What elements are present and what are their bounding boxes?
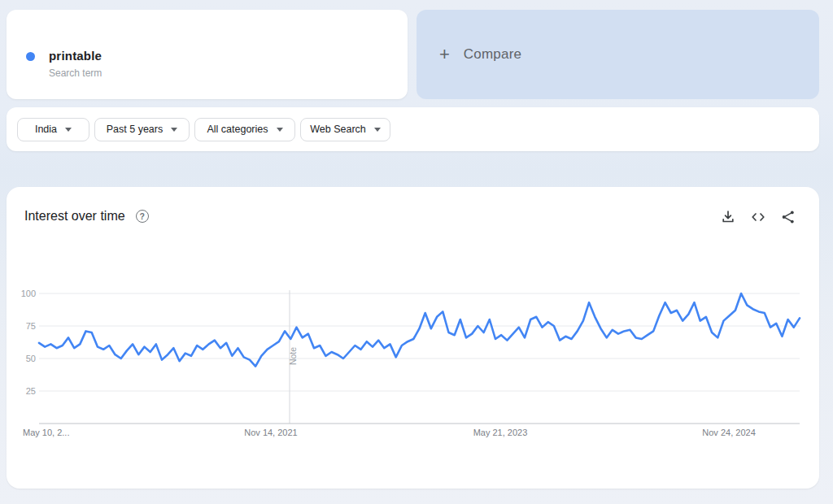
- time-range-label: Past 5 years: [107, 124, 163, 135]
- svg-text:25: 25: [26, 386, 36, 396]
- svg-text:Nov 14, 2021: Nov 14, 2021: [244, 428, 297, 437]
- svg-text:75: 75: [26, 321, 36, 331]
- chevron-down-icon: [374, 128, 381, 132]
- interest-over-time-chart[interactable]: 255075100NoteMay 10, 2...Nov 14, 2021May…: [7, 187, 819, 489]
- compare-button[interactable]: + Compare: [416, 10, 819, 99]
- filter-bar: India Past 5 years All categories Web Se…: [7, 107, 819, 151]
- search-term-card[interactable]: printable Search term: [7, 10, 408, 99]
- category-dropdown[interactable]: All categories: [194, 118, 295, 141]
- svg-text:50: 50: [26, 354, 36, 363]
- search-term-subtitle: Search term: [49, 67, 102, 79]
- compare-label: Compare: [464, 46, 521, 63]
- search-type-dropdown[interactable]: Web Search: [300, 118, 390, 141]
- svg-text:May 10, 2...: May 10, 2...: [23, 428, 69, 437]
- search-term-label: printable: [49, 49, 102, 63]
- plus-icon: +: [439, 46, 450, 63]
- series-color-dot: [26, 52, 35, 61]
- svg-text:Note: Note: [288, 347, 298, 365]
- time-range-dropdown[interactable]: Past 5 years: [94, 118, 190, 141]
- svg-text:100: 100: [21, 289, 36, 298]
- geo-filter-label: India: [35, 124, 57, 135]
- geo-filter-dropdown[interactable]: India: [17, 118, 89, 141]
- chevron-down-icon: [171, 128, 177, 132]
- svg-text:May 21, 2023: May 21, 2023: [473, 428, 528, 437]
- chevron-down-icon: [65, 128, 72, 132]
- svg-text:Nov 24, 2024: Nov 24, 2024: [702, 428, 755, 437]
- search-type-label: Web Search: [310, 124, 366, 135]
- chevron-down-icon: [277, 128, 283, 132]
- category-label: All categories: [207, 124, 268, 135]
- interest-over-time-card: Interest over time ? 255075100NoteMay 10…: [7, 187, 819, 489]
